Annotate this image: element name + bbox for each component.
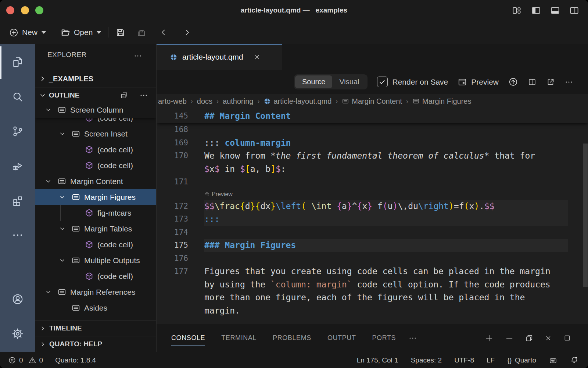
save-all-icon[interactable] [136,28,146,37]
editor-more-actions-icon[interactable] [564,78,573,86]
render-document-icon[interactable] [508,77,518,87]
explorer-more-actions-icon[interactable] [133,52,142,60]
activity-explorer[interactable] [0,45,35,79]
code-line-145[interactable]: 145## Margin Content [157,109,588,123]
code-line-173[interactable]: 173::: [157,213,588,226]
outline-item-margin-figures[interactable]: Margin Figures [35,189,156,205]
breadcrumb-item[interactable]: authoring [223,97,253,106]
toggle-primary-sidebar-icon[interactable] [531,6,541,15]
editor-scrollbar[interactable] [583,144,588,287]
outline-item-screen-column[interactable]: Screen Column [35,102,156,118]
outline-item-code-cell[interactable]: (code cell) [35,158,156,173]
breadcrumb-item[interactable]: Margin Figures [412,97,471,106]
line-number: 169 [157,137,204,150]
outline-item-multiple-outputs[interactable]: Multiple Outputs [35,252,156,268]
status-problems[interactable]: 0 0 [8,356,43,364]
outline-item-asides[interactable]: Asides [35,300,156,316]
outline-more-actions-icon[interactable] [139,91,148,100]
status-indentation[interactable]: Spaces: 2 [411,356,442,364]
status-quarto-version[interactable]: Quarto: 1.8.4 [55,356,96,364]
code-editor[interactable]: 168169::: column-margin170We know from *… [157,109,588,324]
chevron-right-icon [40,341,46,347]
code-line-wrap[interactable]: more than one figure, each of the figure… [157,291,588,304]
sidebar-section-quarto-help[interactable]: QUARTO: HELP [35,336,156,352]
sticky-scroll-line[interactable]: 145## Margin Content [157,109,588,123]
maximize-panel-icon[interactable] [563,334,571,343]
minimize-panel-icon[interactable] [505,334,514,343]
panel-more-tabs-icon[interactable] [408,334,417,343]
open-external-icon[interactable] [546,78,555,86]
status-encoding[interactable]: UTF-8 [454,356,474,364]
activity-debug[interactable] [0,149,35,183]
toggle-bottom-panel-icon[interactable] [550,6,560,15]
render-on-save-control[interactable]: Render on Save [377,77,448,87]
line-number: 174 [157,226,204,239]
navigate-forward-icon[interactable] [183,28,191,37]
outline-item-margin-references[interactable]: Margin References [35,284,156,300]
new-console-icon[interactable] [485,334,494,343]
status-eol[interactable]: LF [487,356,495,364]
code-line-171[interactable]: 171 [157,176,588,189]
panel-tab-console[interactable]: CONSOLE [171,331,205,345]
activity-source-control[interactable] [0,114,35,149]
save-icon[interactable] [115,28,125,38]
panel-tab-ports[interactable]: PORTS [372,331,396,345]
breadcrumb-item[interactable]: Margin Content [342,97,402,106]
sidebar-item-examples[interactable]: _EXAMPLES [35,71,156,86]
code-line-wrap[interactable]: margin. [157,304,588,318]
close-tab-icon[interactable] [253,53,261,61]
code-line-wrap[interactable]: by using the `column: margin` code cell … [157,278,588,291]
outline-item-fig-mtcars[interactable]: fig-mtcars [35,205,156,221]
section-icon [71,192,80,202]
code-line-176[interactable]: 176 [157,252,588,265]
preview-button[interactable]: Preview [458,77,499,87]
toggle-secondary-sidebar-icon[interactable] [569,6,579,15]
code-line-169[interactable]: 169::: column-margin [157,137,588,150]
sidebar-section-timeline[interactable]: TIMELINE [35,320,156,336]
status-language-mode[interactable]: {} Quarto [507,356,536,364]
activity-extensions[interactable] [0,183,35,218]
code-line-168[interactable]: 168 [157,123,588,137]
breadcrumb-item[interactable]: docs [197,97,212,106]
code-line-172[interactable]: 172$$\frac{d}{dx}\left( \int_{a}^{x} f(u… [157,200,588,213]
panel-tab-output[interactable]: OUTPUT [327,331,356,345]
activity-settings[interactable] [0,316,35,351]
panel-tab-terminal[interactable]: TERMINAL [221,331,257,345]
activity-account[interactable] [0,282,35,316]
outline-item-margin-tables[interactable]: Margin Tables [35,221,156,237]
line-content: ### Margin Figures [204,239,568,252]
code-line-175[interactable]: 175### Margin Figures [157,239,588,252]
notifications-bell-icon[interactable] [570,356,578,364]
customize-layout-icon[interactable] [512,6,522,15]
outline-section-header[interactable]: OUTLINE [35,88,156,102]
outline-item-code-cell[interactable]: (code cell) [35,237,156,252]
navigate-back-icon[interactable] [159,28,168,37]
breadcrumb-item[interactable]: article-layout.qmd [263,97,331,106]
split-editor-icon[interactable] [528,78,537,86]
new-button[interactable]: New [9,28,46,38]
outline-item-margin-content[interactable]: Margin Content [35,173,156,189]
tab-article-layout[interactable]: article-layout.qmd [157,44,282,70]
code-line-wrap[interactable]: $x$ in $[a, b]$: [157,163,588,176]
source-mode-button[interactable]: Source [295,75,332,88]
codelens-preview[interactable]: Preview [157,189,588,200]
code-line-174[interactable]: 174 [157,226,588,239]
braces-icon: {} [507,356,512,364]
status-cursor-position[interactable]: Ln 175, Col 1 [357,356,398,364]
collapse-all-icon[interactable] [120,91,128,99]
code-line-170[interactable]: 170We know from *the first fundamental t… [157,149,588,163]
visual-mode-button[interactable]: Visual [332,75,366,88]
open-button[interactable]: Open [60,27,101,38]
render-on-save-checkbox[interactable] [377,77,388,87]
breadcrumb-item[interactable]: arto-web [158,97,187,106]
outline-item-screen-inset[interactable]: Screen Inset [35,126,156,142]
outline-item-code-cell[interactable]: (code cell) [35,142,156,158]
close-panel-icon[interactable] [545,334,552,343]
outline-item-code-cell[interactable]: (code cell) [35,268,156,284]
activity-search[interactable] [0,79,35,114]
copilot-icon[interactable] [549,356,557,365]
code-line-177[interactable]: 177Figures that you create using code ce… [157,265,588,278]
panel-tab-problems[interactable]: PROBLEMS [273,331,311,345]
activity-more[interactable] [0,218,35,252]
restore-panel-icon[interactable] [525,334,533,343]
